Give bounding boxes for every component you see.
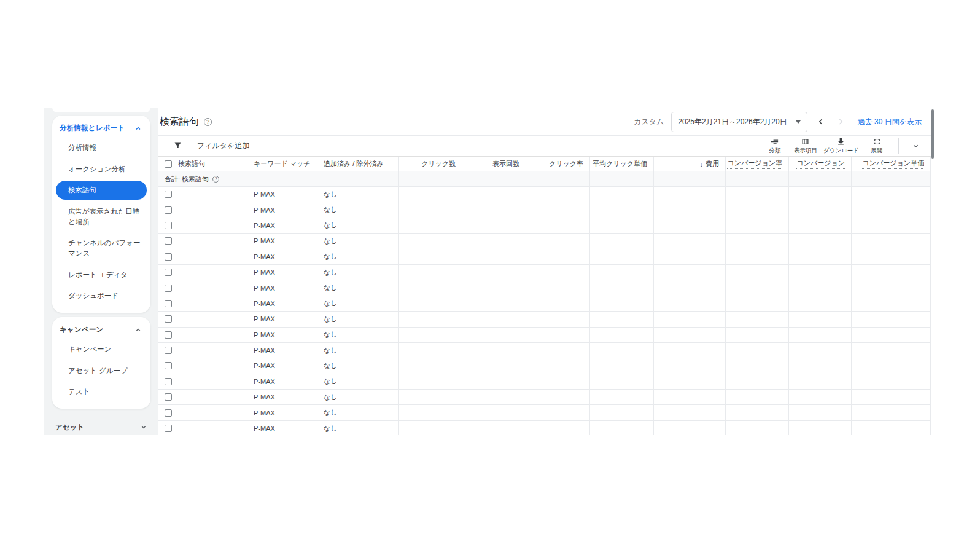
sidebar-item-label: テスト bbox=[68, 388, 90, 395]
section-label: アセット bbox=[55, 422, 84, 433]
help-icon[interactable]: ? bbox=[204, 118, 212, 126]
keyword-match-cell: P-MAX bbox=[247, 234, 317, 248]
search-term-cell bbox=[158, 234, 247, 248]
sidebar-item-experiments[interactable]: テスト bbox=[52, 381, 150, 403]
table-row[interactable]: P-MAX なし bbox=[158, 390, 930, 405]
expand-icon bbox=[873, 137, 882, 146]
keyword-match-cell: P-MAX bbox=[247, 280, 317, 295]
sidebar-item-report-editor[interactable]: レポート エディタ bbox=[52, 264, 150, 286]
column-header-clicks[interactable]: クリック数 bbox=[398, 157, 462, 171]
date-prev-button[interactable] bbox=[815, 116, 827, 128]
sidebar-section-header-campaigns[interactable]: キャンペーン bbox=[52, 318, 150, 339]
row-checkbox[interactable] bbox=[165, 285, 172, 292]
column-header-cost[interactable]: ↓ 費用 bbox=[653, 157, 725, 171]
search-term-cell bbox=[158, 358, 247, 373]
date-next-button[interactable] bbox=[834, 116, 847, 128]
table-row[interactable]: P-MAX なし bbox=[158, 296, 930, 312]
row-checkbox[interactable] bbox=[165, 222, 172, 229]
table-row[interactable]: P-MAX なし bbox=[158, 358, 930, 374]
sidebar-item-auction-insights[interactable]: オークション分析 bbox=[52, 159, 150, 180]
search-term-cell bbox=[158, 374, 247, 389]
section-label: 分析情報とレポート bbox=[60, 124, 125, 133]
row-checkbox[interactable] bbox=[165, 347, 172, 354]
row-checkbox[interactable] bbox=[165, 300, 172, 307]
column-header-ctr[interactable]: クリック率 bbox=[526, 157, 589, 171]
sidebar-item-asset-groups[interactable]: アセット グループ bbox=[52, 360, 150, 382]
table-row[interactable]: P-MAX なし bbox=[158, 265, 930, 280]
sidebar-item-label: 検索語句 bbox=[68, 186, 96, 194]
column-header-conversions[interactable]: コンバージョン bbox=[788, 157, 851, 171]
row-checkbox[interactable] bbox=[165, 331, 172, 339]
collapse-toolbar-button[interactable] bbox=[908, 140, 924, 152]
table-row[interactable]: P-MAX なし bbox=[158, 328, 930, 343]
keyword-match-cell: P-MAX bbox=[247, 202, 317, 217]
row-checkbox[interactable] bbox=[165, 269, 172, 276]
row-checkbox[interactable] bbox=[165, 315, 172, 323]
added-excluded-cell: なし bbox=[317, 265, 398, 280]
table-row[interactable]: P-MAX なし bbox=[158, 187, 930, 202]
row-checkbox[interactable] bbox=[165, 378, 172, 385]
row-checkbox[interactable] bbox=[165, 206, 172, 214]
search-term-cell bbox=[158, 405, 247, 420]
column-header-impressions[interactable]: 表示回数 bbox=[462, 157, 526, 171]
row-checkbox[interactable] bbox=[165, 409, 172, 417]
column-header-keyword-match[interactable]: キーワード マッチ bbox=[247, 157, 317, 171]
table-row[interactable]: P-MAX なし bbox=[158, 343, 930, 358]
vertical-scrollbar[interactable] bbox=[931, 109, 934, 159]
keyword-match-cell: P-MAX bbox=[247, 343, 317, 358]
sidebar-item-campaigns[interactable]: キャンペーン bbox=[52, 339, 150, 360]
search-term-cell bbox=[158, 187, 247, 202]
row-checkbox[interactable] bbox=[165, 425, 172, 432]
search-term-cell bbox=[158, 265, 247, 280]
table-row[interactable]: P-MAX なし bbox=[158, 218, 930, 234]
sidebar-item-label: 分析情報 bbox=[68, 144, 96, 151]
table-row[interactable]: P-MAX なし bbox=[158, 312, 930, 327]
table-row[interactable]: P-MAX なし bbox=[158, 405, 930, 420]
sidebar-item-when-and-where-ads-showed[interactable]: 広告が表示された日時と場所 bbox=[52, 201, 150, 232]
segment-label: 分類 bbox=[769, 147, 780, 155]
table-row[interactable]: P-MAX なし bbox=[158, 249, 930, 265]
help-icon[interactable]: ? bbox=[212, 176, 219, 183]
sidebar-item-channel-performance[interactable]: チャンネルのパフォーマンス bbox=[52, 232, 150, 264]
sidebar-collapsed-sections: アセット オーディエンス、キーワード、コンテンツ 変更履歴 bbox=[44, 413, 158, 435]
table-row[interactable]: P-MAX なし bbox=[158, 280, 930, 296]
search-term-cell bbox=[158, 343, 247, 358]
row-checkbox[interactable] bbox=[165, 393, 172, 401]
added-excluded-cell: なし bbox=[317, 234, 398, 248]
sidebar-section-insights-and-reports: 分析情報とレポート 分析情報 オークション分析 検索語句 広告が表示された日時と… bbox=[52, 116, 150, 313]
sort-desc-icon: ↓ bbox=[700, 160, 704, 168]
row-checkbox[interactable] bbox=[165, 253, 172, 261]
table-row[interactable]: P-MAX なし bbox=[158, 374, 930, 390]
keyword-match-cell: P-MAX bbox=[247, 390, 317, 404]
download-button[interactable]: ダウンロード bbox=[823, 137, 859, 155]
table-row[interactable]: P-MAX なし bbox=[158, 421, 930, 435]
last-30-days-link[interactable]: 過去 30 日間を表示 bbox=[858, 117, 922, 127]
chevron-down-icon bbox=[139, 423, 148, 431]
sidebar-section-header-assets[interactable]: アセット bbox=[44, 415, 158, 435]
sidebar-section-header-insights-and-reports[interactable]: 分析情報とレポート bbox=[52, 117, 150, 137]
row-checkbox[interactable] bbox=[165, 237, 172, 245]
add-filter-button[interactable]: フィルタを追加 bbox=[173, 141, 249, 152]
sidebar-item-insights[interactable]: 分析情報 bbox=[52, 137, 150, 159]
date-range-selector[interactable]: 2025年2月21日～2026年2月20日 bbox=[671, 112, 807, 132]
expand-button[interactable]: 展開 bbox=[864, 137, 890, 155]
row-checkbox[interactable] bbox=[165, 191, 172, 198]
added-excluded-cell: なし bbox=[317, 218, 398, 233]
row-checkbox[interactable] bbox=[165, 362, 172, 369]
table-row[interactable]: P-MAX なし bbox=[158, 202, 930, 218]
columns-button[interactable]: 表示項目 bbox=[793, 137, 819, 155]
sidebar-item-dashboards[interactable]: ダッシュボード bbox=[52, 285, 150, 307]
column-header-cost-per-conversion[interactable]: コンバージョン単価 bbox=[851, 157, 930, 171]
column-header-avg-cpc[interactable]: 平均クリック単価 bbox=[589, 157, 653, 171]
segment-button[interactable]: 分類 bbox=[762, 137, 788, 155]
added-excluded-cell: なし bbox=[317, 390, 398, 404]
sidebar-item-label: レポート エディタ bbox=[68, 271, 128, 278]
keyword-match-cell: P-MAX bbox=[247, 328, 317, 342]
sidebar-item-search-terms[interactable]: 検索語句 bbox=[56, 181, 147, 200]
search-term-cell bbox=[158, 390, 247, 404]
column-header-search-term[interactable]: 検索語句 bbox=[158, 157, 247, 171]
table-row[interactable]: P-MAX なし bbox=[158, 234, 930, 249]
select-all-checkbox[interactable] bbox=[165, 160, 172, 168]
column-header-added-excluded[interactable]: 追加済み / 除外済み bbox=[317, 157, 398, 171]
column-header-conversion-rate[interactable]: コンバージョン率 bbox=[725, 157, 788, 171]
